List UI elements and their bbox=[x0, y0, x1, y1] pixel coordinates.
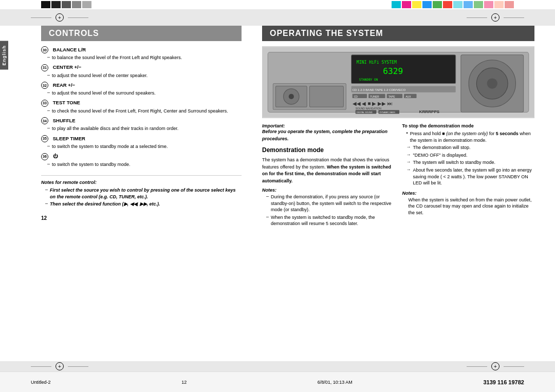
notes-bottom-section: Notes: When the system is switched on fr… bbox=[402, 191, 535, 216]
color-block bbox=[402, 1, 411, 8]
svg-point-25 bbox=[487, 78, 497, 88]
important-text: Before you operate the system, complete … bbox=[262, 128, 395, 142]
item-number-36: 36 bbox=[41, 153, 48, 160]
color-block bbox=[464, 1, 473, 8]
stop-demo-title: To stop the demonstration mode bbox=[402, 123, 535, 128]
svg-text:AUX: AUX bbox=[405, 95, 411, 98]
item-title-35: SLEEP TIMER bbox=[53, 136, 85, 141]
control-item-35: 35 SLEEP TIMER – to switch the system to… bbox=[41, 135, 242, 150]
operating-section: Operating the System MINI HiFi SYSTEM 63… bbox=[252, 26, 555, 366]
item-number-35: 35 bbox=[41, 135, 48, 142]
page-footer: Untitled-2 12 6/8/01, 10:13 AM 3139 116 … bbox=[0, 371, 555, 392]
notes-remote-item-2: – Then select the desired function (▶, ◀… bbox=[45, 201, 242, 208]
notes-remote-section: Notes for remote control: – First select… bbox=[41, 175, 242, 208]
item-number-31: 31 bbox=[41, 64, 48, 71]
svg-text:STANDBY ON: STANDBY ON bbox=[359, 78, 378, 81]
color-block bbox=[433, 1, 442, 8]
color-block bbox=[494, 1, 504, 8]
reg-mark-bottom-left bbox=[55, 362, 64, 370]
two-column-layout: Important: Before you operate the system… bbox=[262, 123, 534, 231]
item-title-33: TEST TONE bbox=[53, 100, 80, 105]
svg-text:SOUND NAVIGATION: SOUND NAVIGATION bbox=[356, 107, 382, 110]
color-block bbox=[484, 1, 493, 8]
demo-title: Demonstration mode bbox=[262, 146, 395, 154]
color-block bbox=[72, 1, 81, 8]
notes-bottom-label: Notes: bbox=[402, 191, 535, 196]
color-block bbox=[422, 1, 432, 8]
notes-remote-title: Notes for remote control: bbox=[41, 180, 242, 185]
svg-text:TUNER: TUNER bbox=[370, 95, 379, 98]
stop-demo-arrow-3: → The system will switch to standby mode… bbox=[406, 159, 535, 166]
svg-text:DYNAMIC BASS: DYNAMIC BASS bbox=[379, 111, 395, 114]
demo-right-col: To stop the demonstration mode • Press a… bbox=[402, 123, 535, 231]
important-section: Important: Before you operate the system… bbox=[262, 123, 395, 142]
item-title-32: REAR +/− bbox=[53, 82, 75, 88]
item-desc-30: – to balance the sound level of the Fron… bbox=[47, 54, 242, 61]
footer-page: 12 bbox=[181, 380, 187, 385]
color-block bbox=[62, 1, 71, 8]
registration-mark-left bbox=[55, 13, 64, 22]
color-block bbox=[412, 1, 421, 8]
svg-text:KRRRPPS: KRRRPPS bbox=[419, 109, 440, 114]
control-item-36: 36 ⏻ – to switch the system to standby m… bbox=[41, 153, 242, 168]
control-item-32: 32 REAR +/− – to adjust the sound level … bbox=[41, 82, 242, 97]
language-tab: English bbox=[0, 41, 8, 70]
reg-mark-bottom-right bbox=[491, 362, 499, 370]
bottom-reg-row bbox=[0, 361, 555, 371]
control-item-30: 30 BALANCE L/R – to balance the sound le… bbox=[41, 46, 242, 61]
demo-notes-label: Notes: bbox=[262, 188, 395, 193]
svg-rect-10 bbox=[309, 86, 343, 107]
important-title: Important: bbox=[262, 123, 395, 128]
main-content: English Controls 30 BALANCE L/R – to bal… bbox=[0, 26, 555, 366]
control-item-31: 31 CENTER +/− – to adjust the sound leve… bbox=[41, 64, 242, 79]
footer-date: 6/8/01, 10:13 AM bbox=[318, 380, 353, 385]
notes-remote-item-1: – First select the source you wish to co… bbox=[45, 187, 242, 200]
color-block bbox=[505, 1, 514, 8]
color-block bbox=[443, 1, 452, 8]
item-desc-34: – to play all the available discs and th… bbox=[47, 125, 242, 132]
item-desc-35: – to switch the system to standby mode a… bbox=[47, 143, 242, 150]
stop-demo-arrow-4: → About five seconds later, the system w… bbox=[406, 167, 535, 186]
svg-text:◀◀ ◀ ■ ▶ ▶▶ ⏭: ◀◀ ◀ ■ ▶ ▶▶ ⏭ bbox=[353, 101, 393, 106]
svg-text:6329: 6329 bbox=[383, 66, 403, 76]
demo-left-col: Important: Before you operate the system… bbox=[262, 123, 395, 231]
registration-marks-row bbox=[0, 9, 555, 26]
item-desc-36: – to switch the system to standby mode. bbox=[47, 161, 242, 168]
demo-section: Demonstration mode The system has a demo… bbox=[262, 146, 395, 227]
item-number-30: 30 bbox=[41, 46, 48, 53]
svg-text:TAPE: TAPE bbox=[388, 95, 395, 98]
item-number-33: 33 bbox=[41, 100, 48, 107]
demo-note-1: – During the demonstration, if you press… bbox=[266, 194, 395, 213]
svg-text:MINI HiFi SYSTEM: MINI HiFi SYSTEM bbox=[357, 60, 397, 65]
stop-demo-arrow-1: → The demonstration will stop. bbox=[406, 144, 535, 151]
control-item-33: 33 TEST TONE – to check the sound level … bbox=[41, 100, 242, 115]
color-block bbox=[474, 1, 483, 8]
stop-demo-arrow-2: → "DEMO OFF" is displayed. bbox=[406, 152, 535, 159]
demo-notes: Notes: – During the demonstration, if yo… bbox=[262, 188, 395, 227]
svg-text:CD 1·2·3    BAND    TAPE 1·2  : CD 1·2·3 BAND TAPE 1·2 CDR/VECO bbox=[353, 88, 406, 91]
demo-para-1: The system has a demonstration mode that… bbox=[262, 157, 395, 184]
item-desc-33: – to check the sound level of the Front … bbox=[47, 108, 242, 115]
color-block bbox=[392, 1, 401, 8]
item-title-30: BALANCE L/R bbox=[53, 47, 86, 52]
svg-text:CD: CD bbox=[354, 95, 358, 98]
item-title-31: CENTER +/− bbox=[53, 64, 81, 70]
color-block bbox=[453, 1, 462, 8]
controls-header: Controls bbox=[41, 26, 242, 41]
item-desc-31: – to adjust the sound level of the cente… bbox=[47, 72, 242, 79]
item-title-36: ⏻ bbox=[53, 154, 58, 159]
item-number-32: 32 bbox=[41, 82, 48, 89]
registration-mark-right bbox=[491, 13, 499, 22]
stop-demo-intro: • Press and hold ■ (on the system only) … bbox=[406, 130, 535, 143]
color-block bbox=[41, 1, 50, 8]
item-desc-32: – to adjust the sound level of the surro… bbox=[47, 90, 242, 97]
top-color-bar bbox=[0, 0, 555, 9]
device-image: MINI HiFi SYSTEM 6329 STANDBY ON CD 1·2·… bbox=[262, 46, 534, 118]
footer-filename: Untitled-2 bbox=[31, 380, 51, 385]
svg-point-9 bbox=[289, 94, 294, 99]
notes-bottom-item-1: When the system is switched on from the … bbox=[406, 197, 535, 216]
footer-product-code: 3139 116 19782 bbox=[483, 379, 524, 385]
stop-demo-section: To stop the demonstration mode • Press a… bbox=[402, 123, 535, 216]
control-item-34: 34 SHUFFLE – to play all the available d… bbox=[41, 117, 242, 132]
page-number: 12 bbox=[41, 215, 242, 221]
